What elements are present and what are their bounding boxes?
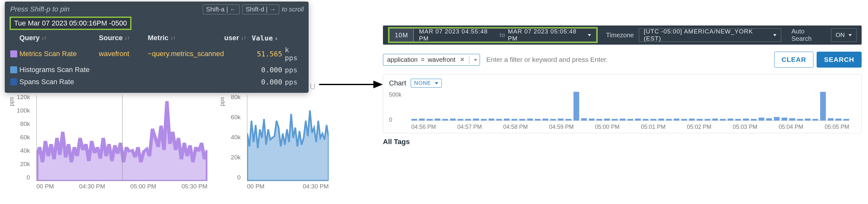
- bar: [527, 118, 533, 121]
- row-value: 0.000: [252, 66, 282, 74]
- time-range-bar: 10M MAR 07 2023 04:55:48 PM to MAR 07 20…: [383, 26, 862, 45]
- bar: [758, 117, 764, 121]
- range-preset-button[interactable]: 10M: [389, 28, 413, 42]
- filter-input[interactable]: [486, 56, 769, 64]
- y-axis-title: pps: [8, 97, 15, 106]
- filter-row: application = wavefront ✕ CLEAR SEARCH: [383, 52, 862, 68]
- bar: [419, 118, 425, 121]
- tooltip-column-headers: Query↓↑ Source↓↑ Metric↓↑ user↓↑ Value↓: [5, 32, 308, 44]
- bar: [519, 119, 525, 121]
- row-query: Metrics Scan Rate: [20, 50, 99, 58]
- row-source: wavefront: [99, 50, 148, 58]
- bar: [643, 119, 648, 121]
- bar: [727, 118, 733, 121]
- range-to: MAR 07 2023 05:05:48 PM: [508, 28, 586, 42]
- bar: [620, 118, 625, 121]
- bar: [565, 119, 571, 121]
- bar: [666, 119, 672, 121]
- bar-y-zero: 0: [389, 117, 392, 123]
- row-unit: k pps: [282, 46, 303, 62]
- key-shift-d: Shift-d | →: [242, 4, 279, 14]
- bar: [481, 119, 487, 121]
- bar: [589, 118, 594, 121]
- bar-y-max: 500k: [389, 92, 401, 98]
- scroll-word: to scroll: [282, 6, 304, 13]
- bar: [604, 118, 610, 121]
- tooltip-row: Histograms Scan Rate0.000pps: [10, 64, 303, 76]
- hover-tooltip-panel: Shift-a | ← Shift-d | → to scroll Press …: [5, 2, 309, 93]
- tooltip-row: Spans Scan Rate0.000pps: [10, 76, 303, 88]
- row-unit: pps: [282, 66, 303, 74]
- bar: [696, 119, 702, 121]
- arrow-icon: [319, 75, 383, 94]
- bar: [751, 119, 756, 121]
- timezone-dropdown[interactable]: [UTC -05:00] AMERICA/NEW_YORK (EST): [639, 28, 781, 42]
- bar: [781, 117, 787, 121]
- sort-icon: ↓↑: [170, 35, 176, 41]
- bar: [766, 118, 772, 121]
- trace-browser-panel: 10M MAR 07 2023 04:55:48 PM to MAR 07 20…: [383, 26, 862, 146]
- col-source[interactable]: Source: [99, 34, 123, 42]
- chart-mode-dropdown[interactable]: NONE: [411, 79, 442, 88]
- bar: [805, 118, 811, 121]
- series-swatch: [10, 66, 17, 73]
- bar: [627, 119, 633, 121]
- range-to-word: to: [497, 32, 508, 39]
- tooltip-scroll-hint: Shift-a | ← Shift-d | → to scroll: [203, 4, 304, 14]
- bar: [458, 119, 463, 121]
- bar: [612, 119, 618, 121]
- mini-chart-histograms: pps 80k60k40k20k0 00 PM04:30 PM: [220, 94, 329, 193]
- bar: [689, 118, 695, 121]
- bar: [489, 118, 494, 121]
- col-query[interactable]: Query: [20, 34, 40, 42]
- search-button[interactable]: SEARCH: [817, 52, 862, 68]
- bar: [720, 119, 726, 121]
- bar: [743, 118, 749, 121]
- clear-button[interactable]: CLEAR: [774, 52, 813, 68]
- chip-val: wavefront: [428, 56, 455, 63]
- all-tags-heading: All Tags: [383, 138, 862, 146]
- bar: [797, 119, 803, 121]
- bar: [450, 118, 456, 121]
- timezone-label: Timezone: [606, 32, 634, 39]
- bar: [465, 119, 471, 121]
- time-range-highlight: 10M MAR 07 2023 04:55:48 PM to MAR 07 20…: [388, 27, 598, 43]
- trace-bar-chart: 500k 0 04:56 PM04:57 PM04:58 PM04:59 PM0…: [389, 92, 856, 130]
- y-axis-title: pps: [219, 97, 226, 106]
- bar: [512, 119, 517, 121]
- filter-chip-application[interactable]: application = wavefront ✕: [383, 54, 480, 66]
- bar: [835, 118, 841, 121]
- col-user[interactable]: user: [224, 34, 239, 42]
- sort-icon: ↓↑: [41, 35, 46, 41]
- bar: [658, 118, 664, 121]
- series-swatch: [10, 50, 17, 57]
- bar: [473, 118, 479, 121]
- bar: [535, 119, 540, 121]
- bar: [681, 119, 687, 121]
- bar: [596, 119, 602, 121]
- tooltip-row: Metrics Scan Ratewavefront~query.metrics…: [10, 44, 303, 64]
- row-query: Histograms Scan Rate: [20, 66, 99, 74]
- bar: [442, 119, 448, 121]
- bar: [542, 118, 548, 121]
- sort-icon: ↓↑: [124, 35, 130, 41]
- autosearch-label: Auto Search: [792, 28, 826, 42]
- row-value: 51.565: [252, 50, 282, 58]
- bar: [427, 119, 432, 121]
- row-query: Spans Scan Rate: [20, 78, 99, 86]
- bar: [735, 119, 741, 121]
- chip-key: application: [387, 56, 418, 63]
- chip-remove-icon[interactable]: ✕: [459, 56, 466, 63]
- bar: [650, 119, 656, 121]
- col-metric[interactable]: Metric: [148, 34, 168, 42]
- col-value[interactable]: Value: [252, 34, 273, 42]
- key-shift-a: Shift-a | ←: [203, 4, 240, 14]
- bar: [435, 118, 440, 121]
- bar: [789, 118, 795, 121]
- bar: [828, 118, 834, 121]
- bar: [504, 118, 509, 121]
- bar: [581, 118, 587, 121]
- range-dropdown[interactable]: MAR 07 2023 04:55:48 PM to MAR 07 2023 0…: [413, 28, 596, 42]
- autosearch-toggle[interactable]: ON: [831, 28, 857, 42]
- chip-dropdown-icon[interactable]: [469, 56, 477, 63]
